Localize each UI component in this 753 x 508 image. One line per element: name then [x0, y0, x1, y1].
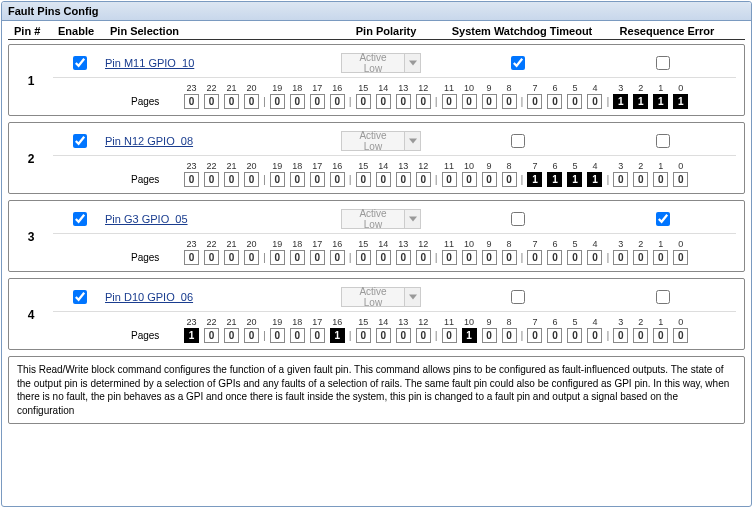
- bit-toggle[interactable]: 0: [290, 250, 305, 265]
- bit-toggle[interactable]: 0: [633, 250, 648, 265]
- bit-toggle[interactable]: 0: [396, 328, 411, 343]
- bit-toggle[interactable]: 0: [567, 94, 582, 109]
- bit-toggle[interactable]: 0: [567, 250, 582, 265]
- bit-toggle[interactable]: 0: [270, 172, 285, 187]
- system-watchdog-timeout-checkbox[interactable]: [511, 134, 525, 148]
- bit-toggle[interactable]: 0: [330, 172, 345, 187]
- bit-toggle[interactable]: 0: [204, 328, 219, 343]
- bit-toggle[interactable]: 0: [396, 94, 411, 109]
- bit-toggle[interactable]: 0: [527, 94, 542, 109]
- system-watchdog-timeout-checkbox[interactable]: [511, 212, 525, 226]
- bit-toggle[interactable]: 0: [653, 250, 668, 265]
- bit-toggle[interactable]: 0: [502, 250, 517, 265]
- bit-toggle[interactable]: 0: [502, 328, 517, 343]
- bit-toggle[interactable]: 0: [244, 328, 259, 343]
- bit-toggle[interactable]: 0: [330, 250, 345, 265]
- bit-toggle[interactable]: 0: [462, 172, 477, 187]
- bit-toggle[interactable]: 0: [482, 250, 497, 265]
- bit-toggle[interactable]: 0: [673, 328, 688, 343]
- enable-checkbox[interactable]: [73, 290, 87, 304]
- bit-toggle[interactable]: 0: [270, 328, 285, 343]
- bit-toggle[interactable]: 0: [396, 172, 411, 187]
- bit-toggle[interactable]: 0: [547, 328, 562, 343]
- bit-toggle[interactable]: 0: [442, 94, 457, 109]
- pin-selection-link[interactable]: Pin M11 GPIO_10: [105, 57, 194, 69]
- enable-checkbox[interactable]: [73, 212, 87, 226]
- bit-toggle[interactable]: 0: [673, 250, 688, 265]
- bit-toggle[interactable]: 0: [204, 250, 219, 265]
- bit-toggle[interactable]: 0: [376, 328, 391, 343]
- bit-toggle[interactable]: 0: [587, 94, 602, 109]
- bit-toggle[interactable]: 1: [633, 94, 648, 109]
- bit-toggle[interactable]: 0: [184, 250, 199, 265]
- bit-toggle[interactable]: 0: [356, 172, 371, 187]
- resequence-error-checkbox[interactable]: [656, 56, 670, 70]
- bit-toggle[interactable]: 0: [653, 172, 668, 187]
- bit-toggle[interactable]: 0: [442, 172, 457, 187]
- bit-toggle[interactable]: 0: [330, 94, 345, 109]
- bit-toggle[interactable]: 0: [442, 328, 457, 343]
- bit-toggle[interactable]: 0: [416, 250, 431, 265]
- bit-toggle[interactable]: 0: [613, 250, 628, 265]
- bit-toggle[interactable]: 0: [310, 250, 325, 265]
- bit-toggle[interactable]: 0: [290, 94, 305, 109]
- bit-toggle[interactable]: 0: [376, 172, 391, 187]
- pin-selection-link[interactable]: Pin N12 GPIO_08: [105, 135, 193, 147]
- bit-toggle[interactable]: 0: [224, 172, 239, 187]
- bit-toggle[interactable]: 0: [416, 172, 431, 187]
- bit-toggle[interactable]: 0: [633, 172, 648, 187]
- bit-toggle[interactable]: 1: [330, 328, 345, 343]
- bit-toggle[interactable]: 0: [310, 94, 325, 109]
- bit-toggle[interactable]: 0: [184, 94, 199, 109]
- bit-toggle[interactable]: 0: [270, 250, 285, 265]
- bit-toggle[interactable]: 0: [547, 94, 562, 109]
- bit-toggle[interactable]: 0: [376, 94, 391, 109]
- bit-toggle[interactable]: 0: [376, 250, 391, 265]
- bit-toggle[interactable]: 1: [547, 172, 562, 187]
- bit-toggle[interactable]: 1: [673, 94, 688, 109]
- bit-toggle[interactable]: 0: [587, 250, 602, 265]
- bit-toggle[interactable]: 0: [482, 328, 497, 343]
- bit-toggle[interactable]: 0: [270, 94, 285, 109]
- pin-polarity-select[interactable]: Active Low: [341, 53, 421, 73]
- bit-toggle[interactable]: 0: [462, 250, 477, 265]
- bit-toggle[interactable]: 0: [244, 250, 259, 265]
- bit-toggle[interactable]: 0: [633, 328, 648, 343]
- bit-toggle[interactable]: 0: [653, 328, 668, 343]
- pin-polarity-select[interactable]: Active Low: [341, 131, 421, 151]
- bit-toggle[interactable]: 0: [613, 328, 628, 343]
- bit-toggle[interactable]: 0: [224, 328, 239, 343]
- bit-toggle[interactable]: 0: [356, 94, 371, 109]
- bit-toggle[interactable]: 0: [502, 94, 517, 109]
- bit-toggle[interactable]: 0: [310, 172, 325, 187]
- enable-checkbox[interactable]: [73, 56, 87, 70]
- resequence-error-checkbox[interactable]: [656, 134, 670, 148]
- bit-toggle[interactable]: 0: [356, 250, 371, 265]
- bit-toggle[interactable]: 1: [184, 328, 199, 343]
- system-watchdog-timeout-checkbox[interactable]: [511, 290, 525, 304]
- bit-toggle[interactable]: 0: [416, 328, 431, 343]
- bit-toggle[interactable]: 0: [502, 172, 517, 187]
- bit-toggle[interactable]: 0: [204, 172, 219, 187]
- bit-toggle[interactable]: 0: [356, 328, 371, 343]
- bit-toggle[interactable]: 0: [290, 328, 305, 343]
- bit-toggle[interactable]: 0: [442, 250, 457, 265]
- bit-toggle[interactable]: 1: [462, 328, 477, 343]
- bit-toggle[interactable]: 0: [587, 328, 602, 343]
- system-watchdog-timeout-checkbox[interactable]: [511, 56, 525, 70]
- bit-toggle[interactable]: 0: [204, 94, 219, 109]
- enable-checkbox[interactable]: [73, 134, 87, 148]
- bit-toggle[interactable]: 0: [527, 328, 542, 343]
- bit-toggle[interactable]: 0: [613, 172, 628, 187]
- bit-toggle[interactable]: 1: [587, 172, 602, 187]
- pin-selection-link[interactable]: Pin D10 GPIO_06: [105, 291, 193, 303]
- resequence-error-checkbox[interactable]: [656, 290, 670, 304]
- pin-selection-link[interactable]: Pin G3 GPIO_05: [105, 213, 188, 225]
- bit-toggle[interactable]: 0: [547, 250, 562, 265]
- bit-toggle[interactable]: 0: [224, 250, 239, 265]
- bit-toggle[interactable]: 0: [224, 94, 239, 109]
- pin-polarity-select[interactable]: Active Low: [341, 209, 421, 229]
- bit-toggle[interactable]: 0: [310, 328, 325, 343]
- bit-toggle[interactable]: 1: [527, 172, 542, 187]
- bit-toggle[interactable]: 0: [482, 94, 497, 109]
